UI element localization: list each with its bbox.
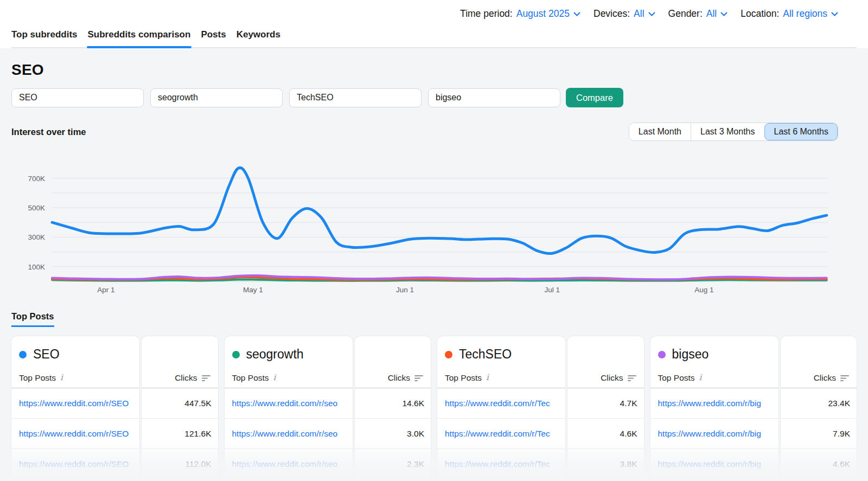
clicks-value: 2.3K [407,459,424,469]
filter-value: All [706,8,717,20]
filter-label: Gender: [668,8,703,20]
x-axis-label: May 1 [243,286,263,294]
y-axis-label: 700K [28,175,45,183]
subreddit-input-4[interactable] [428,88,560,107]
posts-panel: SEO Top Posts i https://www.reddit.com/r… [11,336,139,480]
sort-icon[interactable] [840,375,850,382]
subreddit-input-1[interactable] [11,88,144,107]
subreddit-input-3[interactable] [289,88,422,107]
compare-inputs-row: Compare [11,88,857,107]
post-link[interactable]: https://www.reddit.com/r/SEO [19,399,129,408]
range-last-month[interactable]: Last Month [629,123,691,140]
series-color-dot [19,351,27,358]
top-bar: Time period: August 2025 Devices: All Ge… [0,0,868,48]
post-link[interactable]: https://www.reddit.com/r/seo [232,399,338,408]
clicks-value: 3.0K [407,429,424,439]
line-chart-canvas: 100K300K500K700KApr 1May 1Jun 1Jul 1Aug … [11,152,857,297]
posts-column-header: Top Posts [445,373,482,383]
filter-value: All [634,8,644,20]
clicks-column-header: Clicks [175,373,197,383]
subreddit-input-2[interactable] [150,88,283,107]
clicks-value: 4.6K [620,429,637,439]
x-axis-label: Jun 1 [396,286,414,294]
post-link[interactable]: https://www.reddit.com/r/Tec [445,399,550,408]
posts-column-header: Top Posts [232,373,269,383]
filter-label: Location: [741,8,779,20]
time-range-toggle: Last Month Last 3 Months Last 6 Months [629,123,838,141]
post-link[interactable]: https://www.reddit.com/r/SEO [19,429,129,439]
filter-label: Time period: [460,8,513,20]
x-axis-label: Jul 1 [544,286,560,294]
post-link[interactable]: https://www.reddit.com/r/Tec [445,429,550,439]
series-color-dot [232,351,240,358]
post-link[interactable]: https://www.reddit.com/r/Tec [445,459,550,469]
tab-posts[interactable]: Posts [201,24,226,47]
subreddit-name: TechSEO [459,347,512,362]
sort-icon[interactable] [202,375,212,382]
page-title: SEO [11,61,857,79]
clicks-column-header: Clicks [388,373,410,383]
clicks-panel: Clicks 4.7K 4.6K 3.8K [567,336,644,480]
clicks-column-header: Clicks [814,373,836,383]
range-last-3-months[interactable]: Last 3 Months [691,123,764,140]
posts-column-header: Top Posts [658,373,695,383]
subreddit-card-seo: SEO Top Posts i https://www.reddit.com/r… [11,336,218,480]
clicks-panel: Clicks 14.6K 3.0K 2.3K [355,336,431,480]
clicks-value: 447.5K [184,399,211,408]
post-link[interactable]: https://www.reddit.com/r/big [658,429,761,439]
posts-column-header: Top Posts [19,373,56,383]
clicks-value: 7.9K [833,429,850,439]
top-posts-section-title: Top Posts [11,311,54,327]
subreddit-card-seogrowth: seogrowth Top Posts i https://www.reddit… [225,336,431,480]
post-link[interactable]: https://www.reddit.com/r/SEO [19,459,129,469]
clicks-value: 121.6K [184,429,211,439]
clicks-value: 14.6K [402,399,424,408]
clicks-value: 112.0K [186,459,212,469]
main-tabs: Top subreddits Subreddits comparison Pos… [11,24,857,48]
sort-icon[interactable] [628,375,637,382]
x-axis-label: Apr 1 [97,286,114,294]
x-axis-label: Aug 1 [694,286,713,294]
subreddit-name: seogrowth [246,347,304,362]
clicks-panel: Clicks 447.5K 121.6K 112.0K [142,336,218,480]
post-link[interactable]: https://www.reddit.com/r/big [658,399,761,408]
sort-icon[interactable] [414,375,424,382]
clicks-value: 3.8K [620,459,637,469]
posts-panel: bigseo Top Posts i https://www.reddit.co… [650,336,778,480]
chevron-down-icon [573,12,580,17]
devices-filter[interactable]: Devices: All [593,8,655,20]
chevron-down-icon [720,12,727,17]
gender-filter[interactable]: Gender: All [668,8,728,20]
info-icon[interactable]: i [699,374,702,383]
post-link[interactable]: https://www.reddit.com/r/seo [232,429,338,439]
filter-value: All regions [783,8,827,20]
subreddit-card-bigseo: bigseo Top Posts i https://www.reddit.co… [650,336,857,480]
info-icon[interactable]: i [486,374,489,383]
y-axis-label: 100K [28,263,45,271]
posts-panel: TechSEO Top Posts i https://www.reddit.c… [437,336,565,480]
location-filter[interactable]: Location: All regions [741,8,838,20]
tab-keywords[interactable]: Keywords [237,24,280,47]
chevron-down-icon [831,12,838,17]
info-icon[interactable]: i [60,374,63,383]
y-axis-label: 500K [28,204,45,212]
subreddit-card-techseo: TechSEO Top Posts i https://www.reddit.c… [437,336,644,480]
tab-top-subreddits[interactable]: Top subreddits [11,24,78,47]
post-link[interactable]: https://www.reddit.com/r/big [658,459,761,469]
series-line-SEO [52,168,827,253]
time-period-filter[interactable]: Time period: August 2025 [460,8,580,20]
info-icon[interactable]: i [273,374,276,383]
post-link[interactable]: https://www.reddit.com/r/seo [232,459,338,469]
tab-subreddits-comparison[interactable]: Subreddits comparison [88,24,191,47]
clicks-panel: Clicks 23.4K 7.9K 4.6K [781,336,857,480]
page-content: SEO Compare Interest over time Last Mont… [0,61,868,480]
subreddit-name: SEO [33,347,60,362]
chart-section-title: Interest over time [11,127,86,137]
compare-button[interactable]: Compare [566,88,623,107]
range-last-6-months[interactable]: Last 6 Months [764,123,838,140]
interest-over-time-chart: 100K300K500K700KApr 1May 1Jun 1Jul 1Aug … [11,152,857,297]
global-filters: Time period: August 2025 Devices: All Ge… [11,0,857,24]
filter-value: August 2025 [516,8,570,20]
series-color-dot [445,351,452,358]
posts-panel: seogrowth Top Posts i https://www.reddit… [225,336,353,480]
